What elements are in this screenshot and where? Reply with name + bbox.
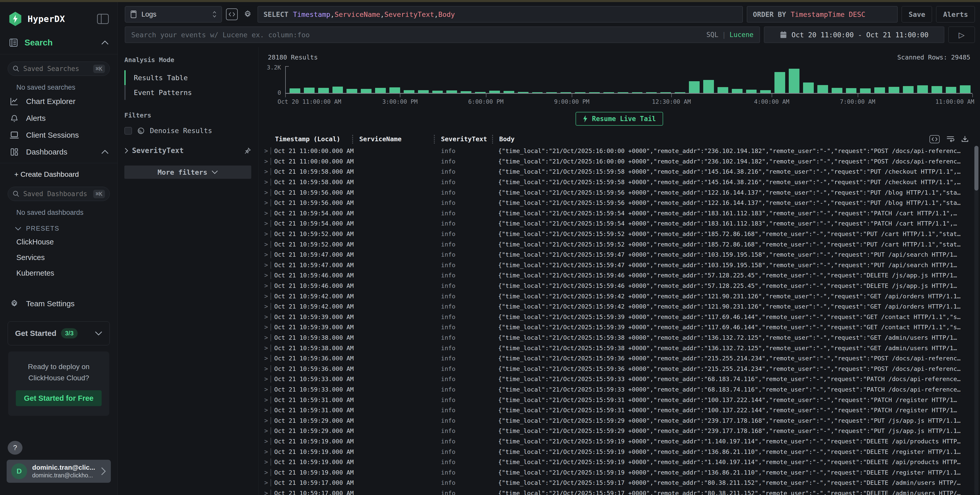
table-row[interactable]: > Oct 21 10:59:17.000 AM info {"time_loc… bbox=[262, 488, 980, 495]
histogram-bar[interactable] bbox=[832, 88, 842, 93]
table-row[interactable]: > Oct 21 10:59:56.000 AM info {"time_loc… bbox=[262, 187, 980, 198]
sidebar-item-client-sessions[interactable]: Client Sessions bbox=[0, 127, 118, 143]
histogram-bar[interactable] bbox=[817, 85, 828, 93]
table-row[interactable]: > Oct 21 10:59:46.000 AM info {"time_loc… bbox=[262, 281, 980, 291]
histogram-bar[interactable] bbox=[375, 88, 386, 93]
sidebar-item-alerts[interactable]: Alerts bbox=[0, 110, 118, 127]
table-row[interactable]: > Oct 21 10:59:33.000 AM info {"time_loc… bbox=[262, 384, 980, 395]
table-row[interactable]: > Oct 21 10:59:19.000 AM info {"time_loc… bbox=[262, 467, 980, 477]
saved-searches-search[interactable]: ⌘K bbox=[8, 62, 110, 76]
histogram-bar[interactable] bbox=[646, 92, 657, 93]
preset-dashboard-item[interactable]: Kubernetes bbox=[0, 265, 118, 281]
scrollbar-thumb[interactable] bbox=[974, 146, 978, 191]
table-row[interactable]: > Oct 21 10:59:47.000 AM info {"time_loc… bbox=[262, 250, 980, 260]
table-row[interactable]: > Oct 21 10:59:54.000 AM info {"time_loc… bbox=[262, 208, 980, 219]
histogram-bar[interactable] bbox=[732, 89, 743, 93]
sql-toggle[interactable]: SQL bbox=[706, 31, 718, 38]
histogram-bar[interactable] bbox=[703, 80, 714, 93]
table-row[interactable]: > Oct 21 10:59:19.000 AM info {"time_loc… bbox=[262, 446, 980, 457]
sidebar-item-search[interactable]: Search bbox=[0, 31, 118, 54]
histogram-bar[interactable] bbox=[775, 72, 785, 93]
save-button[interactable]: Save bbox=[902, 6, 932, 22]
sidebar-item-dashboards[interactable]: Dashboards bbox=[0, 143, 118, 161]
sidebar-item-team-settings[interactable]: Team Settings bbox=[0, 295, 118, 312]
histogram-bar[interactable] bbox=[917, 85, 928, 93]
table-scrollbar[interactable] bbox=[974, 146, 978, 495]
source-select[interactable]: Logs bbox=[125, 6, 222, 22]
histogram-bar[interactable] bbox=[418, 90, 429, 93]
preset-dashboard-item[interactable]: Services bbox=[0, 250, 118, 265]
histogram-bar[interactable] bbox=[946, 87, 956, 93]
presets-section-toggle[interactable]: PRESETS bbox=[0, 218, 118, 234]
table-row[interactable]: > Oct 21 10:59:42.000 AM info {"time_loc… bbox=[262, 291, 980, 301]
histogram-bar[interactable] bbox=[846, 88, 857, 93]
table-row[interactable]: > Oct 21 10:59:47.000 AM info {"time_loc… bbox=[262, 260, 980, 271]
table-row[interactable]: > Oct 21 10:59:58.000 AM info {"time_loc… bbox=[262, 177, 980, 188]
alerts-button[interactable]: Alerts bbox=[936, 6, 975, 22]
download-icon[interactable] bbox=[961, 135, 969, 143]
code-view-icon[interactable] bbox=[929, 135, 940, 143]
table-row[interactable]: > Oct 21 10:59:52.000 AM info {"time_loc… bbox=[262, 239, 980, 250]
histogram-bar[interactable] bbox=[689, 81, 700, 93]
create-dashboard-button[interactable]: + Create Dashboard bbox=[0, 163, 118, 180]
histogram-bar[interactable] bbox=[589, 92, 600, 93]
col-servicename[interactable]: ServiceName bbox=[358, 135, 440, 143]
table-row[interactable]: > Oct 21 10:59:29.000 AM info {"time_loc… bbox=[262, 415, 980, 426]
saved-dashboards-search[interactable]: ⌘K bbox=[8, 187, 110, 201]
histogram-bar[interactable] bbox=[960, 85, 970, 93]
event-search-input[interactable] bbox=[131, 31, 706, 39]
col-severitytext[interactable]: SeverityText bbox=[440, 135, 498, 143]
histogram-bar[interactable] bbox=[432, 91, 443, 93]
table-row[interactable]: > Oct 21 11:00:00.000 AM info {"time_loc… bbox=[262, 146, 980, 156]
histogram-bar[interactable] bbox=[290, 88, 300, 93]
saved-dashboards-input[interactable] bbox=[23, 190, 93, 198]
table-row[interactable]: > Oct 21 10:59:54.000 AM info {"time_loc… bbox=[262, 218, 980, 229]
select-clause-input[interactable]: SELECT Timestamp,ServiceName,SeverityTex… bbox=[258, 6, 743, 22]
histogram-bar[interactable] bbox=[675, 92, 685, 93]
event-search-box[interactable]: SQL | Lucene bbox=[125, 27, 760, 43]
histogram-bar[interactable] bbox=[931, 86, 942, 93]
table-row[interactable]: > Oct 21 10:59:19.000 AM info {"time_loc… bbox=[262, 436, 980, 447]
histogram-bar[interactable] bbox=[718, 87, 728, 93]
histogram-bar[interactable] bbox=[518, 92, 528, 93]
date-range-picker[interactable]: Oct 20 11:00:00 - Oct 21 11:00:00 bbox=[764, 27, 944, 43]
histogram-bar[interactable] bbox=[874, 88, 885, 93]
histogram-bar[interactable] bbox=[632, 92, 643, 93]
table-row[interactable]: > Oct 21 10:59:58.000 AM info {"time_loc… bbox=[262, 167, 980, 177]
histogram-bar[interactable] bbox=[789, 69, 799, 93]
table-row[interactable]: > Oct 21 10:59:33.000 AM info {"time_loc… bbox=[262, 374, 980, 384]
histogram-bar[interactable] bbox=[390, 88, 400, 93]
histogram-bar[interactable] bbox=[446, 91, 457, 93]
table-row[interactable]: > Oct 21 10:59:38.000 AM info {"time_loc… bbox=[262, 343, 980, 353]
preset-dashboard-item[interactable]: ClickHouse bbox=[0, 234, 118, 250]
table-row[interactable]: > Oct 21 10:59:56.000 AM info {"time_loc… bbox=[262, 198, 980, 208]
orderby-clause-input[interactable]: ORDER BY TimestampTime DESC bbox=[747, 6, 897, 22]
table-row[interactable]: > Oct 21 10:59:42.000 AM info {"time_loc… bbox=[262, 301, 980, 312]
get-started-free-button[interactable]: Get Started for Free bbox=[16, 390, 102, 406]
query-language-toggle[interactable]: SQL | Lucene bbox=[706, 31, 754, 38]
wrap-lines-icon[interactable] bbox=[946, 135, 955, 143]
table-row[interactable]: > Oct 21 10:59:29.000 AM info {"time_loc… bbox=[262, 426, 980, 436]
histogram-bar[interactable] bbox=[603, 92, 614, 93]
user-account-chip[interactable]: D dominic.tran@clic... dominic.tran@clic… bbox=[6, 460, 111, 483]
mode-event-patterns[interactable]: Event Patterns bbox=[124, 85, 251, 100]
table-row[interactable]: > Oct 21 10:59:38.000 AM info {"time_loc… bbox=[262, 333, 980, 343]
saved-searches-input[interactable] bbox=[23, 65, 93, 73]
pin-icon[interactable] bbox=[243, 147, 251, 154]
histogram-bar[interactable] bbox=[760, 90, 771, 93]
histogram-bar[interactable] bbox=[803, 83, 814, 93]
denoise-checkbox[interactable] bbox=[124, 127, 132, 135]
histogram-bar[interactable] bbox=[304, 88, 315, 93]
sidebar-item-chart-explorer[interactable]: Chart Explorer bbox=[0, 93, 118, 110]
col-body[interactable]: Body bbox=[498, 135, 929, 143]
histogram-bar[interactable] bbox=[618, 92, 628, 93]
histogram-bar[interactable] bbox=[475, 92, 486, 93]
histogram-bar[interactable] bbox=[889, 87, 899, 93]
histogram-bar[interactable] bbox=[404, 90, 414, 93]
histogram-bar[interactable] bbox=[489, 91, 500, 93]
histogram-bar[interactable] bbox=[660, 92, 671, 93]
severity-facet[interactable]: SeverityText bbox=[124, 146, 251, 155]
table-row[interactable]: > Oct 21 10:59:52.000 AM info {"time_loc… bbox=[262, 229, 980, 239]
table-row[interactable]: > Oct 21 10:59:36.000 AM info {"time_loc… bbox=[262, 353, 980, 364]
collapse-sidebar-icon[interactable] bbox=[97, 14, 109, 24]
